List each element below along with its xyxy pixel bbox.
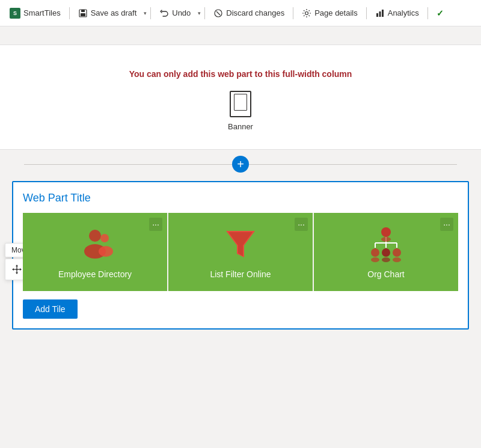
- webpart-title[interactable]: Web Part Title: [23, 192, 458, 204]
- svg-point-36: [382, 257, 390, 262]
- gear-icon: [302, 8, 311, 18]
- toolbar: S SmartTiles Save as draft ▾ Undo ▾ Disc…: [0, 0, 481, 26]
- svg-point-5: [305, 11, 308, 14]
- banner-icon: [230, 91, 251, 117]
- svg-point-22: [100, 234, 109, 242]
- undo-icon: [159, 8, 169, 18]
- canvas: You can only add this web part to this f…: [0, 26, 481, 448]
- save-icon: [78, 8, 88, 18]
- undo-dropdown-arrow[interactable]: ▾: [198, 10, 201, 16]
- webpart-container: Web Part Title ··· Employee Directory ··…: [12, 181, 469, 330]
- svg-rect-7: [379, 11, 381, 17]
- tile-org-chart[interactable]: ···: [314, 213, 458, 291]
- svg-marker-25: [228, 232, 253, 256]
- banner-icon-wrap: Banner: [228, 91, 253, 131]
- svg-point-38: [381, 237, 391, 242]
- analytics-icon: [375, 8, 385, 18]
- svg-rect-2: [81, 13, 85, 16]
- tile-menu-list-filter-online[interactable]: ···: [295, 218, 308, 231]
- svg-point-35: [371, 257, 379, 262]
- analytics-button[interactable]: Analytics: [370, 6, 424, 20]
- save-as-draft-label: Save as draft: [91, 8, 137, 17]
- svg-rect-1: [81, 10, 85, 12]
- check-button[interactable]: ✓: [432, 6, 449, 20]
- divider-4: [293, 7, 293, 19]
- check-icon: ✓: [437, 8, 444, 18]
- tile-menu-employee-directory[interactable]: ···: [149, 218, 162, 231]
- tile-label-org-chart: Org Chart: [367, 269, 404, 279]
- full-width-text: You can only add this web part to this f…: [129, 69, 352, 79]
- svg-point-26: [381, 227, 391, 237]
- page-details-label: Page details: [314, 8, 358, 17]
- discard-icon: [213, 8, 223, 18]
- svg-rect-8: [382, 10, 384, 17]
- smarttiles-icon: S: [10, 8, 20, 19]
- add-section-button[interactable]: +: [232, 156, 249, 173]
- save-dropdown-arrow[interactable]: ▾: [144, 10, 147, 16]
- tile-list-filter-online[interactable]: ··· List Filter Online: [168, 213, 314, 291]
- divider-6: [427, 7, 428, 19]
- save-as-draft-button[interactable]: Save as draft: [73, 6, 142, 20]
- list-filter-icon: [221, 225, 260, 263]
- employee-directory-icon: [76, 225, 114, 263]
- add-tile-button[interactable]: Add Tile: [23, 299, 78, 319]
- svg-point-37: [393, 257, 401, 262]
- banner-icon-inner: [234, 94, 247, 111]
- svg-point-29: [382, 248, 390, 257]
- tile-label-list-filter-online: List Filter Online: [210, 269, 271, 279]
- tiles-grid: ··· Employee Directory ···: [23, 213, 458, 291]
- undo-label: Undo: [172, 8, 191, 17]
- undo-button[interactable]: Undo: [155, 6, 195, 20]
- svg-point-20: [89, 230, 101, 242]
- divider-2: [150, 7, 151, 19]
- svg-point-28: [393, 248, 401, 257]
- analytics-label: Analytics: [388, 8, 419, 17]
- discard-changes-label: Discard changes: [226, 8, 284, 17]
- tile-menu-org-chart[interactable]: ···: [440, 218, 453, 231]
- svg-point-27: [371, 248, 379, 257]
- page-details-button[interactable]: Page details: [297, 6, 363, 20]
- tile-employee-directory[interactable]: ··· Employee Directory: [23, 213, 168, 291]
- full-width-notice: You can only add this web part to this f…: [0, 44, 481, 150]
- divider-1: [69, 7, 70, 19]
- tile-label-employee-directory: Employee Directory: [58, 269, 132, 279]
- section-divider: +: [0, 156, 481, 173]
- divider-5: [366, 7, 367, 19]
- discard-changes-button[interactable]: Discard changes: [209, 6, 289, 20]
- svg-point-23: [99, 246, 113, 257]
- smarttiles-button[interactable]: S SmartTiles: [5, 5, 66, 21]
- smarttiles-label: SmartTiles: [23, 8, 61, 17]
- svg-rect-6: [376, 13, 378, 17]
- divider-3: [204, 7, 205, 19]
- banner-label: Banner: [228, 122, 253, 131]
- org-chart-icon: [367, 225, 405, 263]
- svg-line-4: [216, 11, 220, 15]
